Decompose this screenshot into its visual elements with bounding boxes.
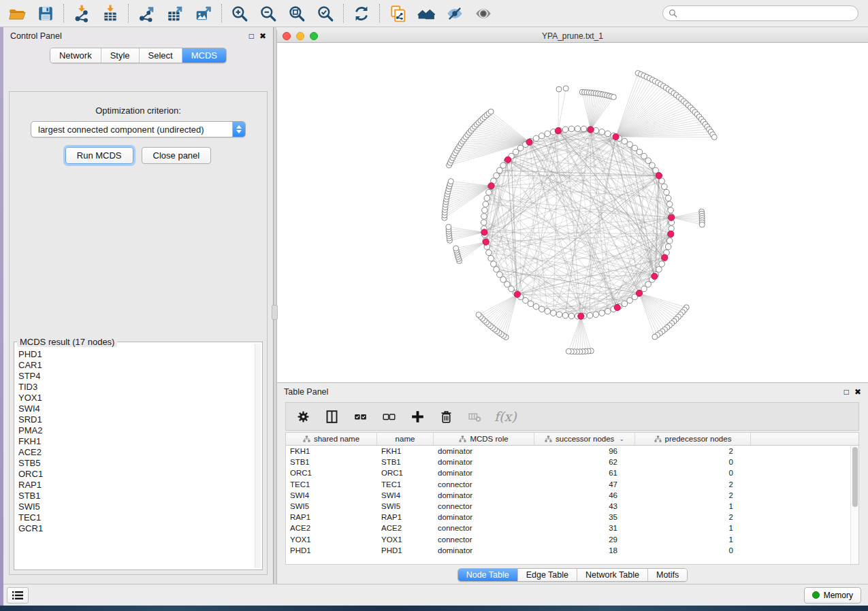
window-close-icon[interactable] <box>283 32 291 40</box>
mcds-result-item[interactable]: RAP1 <box>16 480 254 491</box>
search-input[interactable] <box>681 9 852 18</box>
dominator-node[interactable] <box>504 156 511 163</box>
delete-icon[interactable] <box>437 406 455 427</box>
dominator-node[interactable] <box>526 139 532 145</box>
dominator-node[interactable] <box>668 231 674 237</box>
delete-column-icon[interactable] <box>466 406 483 427</box>
cell-predecessor-nodes[interactable]: 1 <box>635 502 751 510</box>
hide-selected-button[interactable] <box>440 2 469 25</box>
tab-motifs[interactable]: Motifs <box>648 569 687 581</box>
show-all-button[interactable] <box>469 2 498 25</box>
mcds-list-scrollbar[interactable] <box>255 344 261 568</box>
show-panels-list-button[interactable] <box>7 587 29 604</box>
cell-name[interactable]: YOX1 <box>377 535 434 544</box>
cell-mcds-role[interactable]: connector <box>434 524 534 532</box>
dominator-node[interactable] <box>636 290 642 296</box>
mcds-result-item[interactable]: YOX1 <box>16 393 254 403</box>
cell-name[interactable]: SWI4 <box>377 491 434 499</box>
cell-mcds-role[interactable]: connector <box>434 502 534 510</box>
zoom-fit-button[interactable] <box>283 2 311 25</box>
network-canvas[interactable] <box>277 43 868 382</box>
dominator-node[interactable] <box>669 214 675 220</box>
window-minimize-icon[interactable] <box>296 32 304 40</box>
dominator-node[interactable] <box>578 313 584 319</box>
cell-successor-nodes[interactable]: 62 <box>534 458 635 466</box>
splitter-grip[interactable] <box>272 305 278 320</box>
criterion-select[interactable]: largest connected component (undirected) <box>31 121 246 137</box>
vertical-splitter[interactable] <box>274 27 276 584</box>
cell-mcds-role[interactable]: dominator <box>434 491 534 499</box>
cell-predecessor-nodes[interactable]: 0 <box>635 546 751 555</box>
refresh-button[interactable] <box>347 2 376 25</box>
close-panel-icon[interactable]: ✖ <box>854 388 861 396</box>
cell-successor-nodes[interactable]: 43 <box>534 502 635 510</box>
dominator-node[interactable] <box>656 172 662 178</box>
mcds-result-item[interactable]: SRD1 <box>16 414 254 425</box>
dominator-node[interactable] <box>588 127 594 133</box>
cell-predecessor-nodes[interactable]: 1 <box>635 524 751 532</box>
settings-gear-icon[interactable] <box>294 406 312 427</box>
dominator-node[interactable] <box>488 183 494 189</box>
cell-mcds-role[interactable]: connector <box>434 480 534 489</box>
duplicate-network-button[interactable] <box>383 2 412 25</box>
cell-mcds-role[interactable]: dominator <box>434 447 534 455</box>
add-icon[interactable] <box>408 406 426 427</box>
mcds-result-item[interactable]: STP4 <box>16 371 254 382</box>
mcds-result-item[interactable]: TEC1 <box>16 512 254 523</box>
tab-network-table[interactable]: Network Table <box>577 569 648 581</box>
column-header-mcds-role[interactable]: MCDS role <box>434 433 534 445</box>
float-panel-icon[interactable]: □ <box>249 32 254 40</box>
tab-node-table[interactable]: Node Table <box>458 569 518 581</box>
cell-predecessor-nodes[interactable]: 0 <box>635 469 751 477</box>
dominator-node[interactable] <box>614 304 620 310</box>
open-file-button[interactable] <box>3 2 31 25</box>
cell-predecessor-nodes[interactable]: 2 <box>635 513 751 521</box>
mcds-result-item[interactable]: SWI4 <box>16 403 254 414</box>
dominator-node[interactable] <box>483 239 489 245</box>
column-header-name[interactable]: name <box>377 433 434 445</box>
column-header-successor-nodes[interactable]: successor nodes ⌄ <box>534 433 635 445</box>
tab-edge-table[interactable]: Edge Table <box>518 569 577 581</box>
dominator-node[interactable] <box>555 128 561 134</box>
mcds-result-item[interactable]: PMA2 <box>16 425 254 436</box>
cell-successor-nodes[interactable]: 18 <box>534 546 635 555</box>
cell-name[interactable]: ACE2 <box>377 524 434 532</box>
column-header-shared-name[interactable]: shared name <box>286 433 377 445</box>
cell-shared-name[interactable]: SWI4 <box>286 491 377 499</box>
cell-name[interactable]: SWI5 <box>377 502 434 510</box>
scrollbar-thumb[interactable] <box>852 447 858 507</box>
mcds-result-item[interactable]: GCR1 <box>16 523 254 534</box>
cell-predecessor-nodes[interactable]: 2 <box>635 447 751 455</box>
export-network-button[interactable] <box>132 2 161 25</box>
float-panel-icon[interactable]: □ <box>844 388 849 396</box>
mcds-result-item[interactable]: FKH1 <box>16 436 254 447</box>
mcds-result-item[interactable]: ACE2 <box>16 447 254 458</box>
tab-style[interactable]: Style <box>101 48 140 63</box>
cell-mcds-role[interactable]: dominator <box>434 513 534 521</box>
cell-shared-name[interactable]: FKH1 <box>286 447 377 455</box>
cell-predecessor-nodes[interactable]: 1 <box>635 535 751 544</box>
dominator-node[interactable] <box>514 291 520 297</box>
zoom-in-button[interactable] <box>225 2 254 25</box>
dominator-node[interactable] <box>652 273 658 279</box>
columns-icon[interactable] <box>323 406 340 427</box>
network-window-titlebar[interactable]: YPA_prune.txt_1 <box>277 30 868 43</box>
cell-successor-nodes[interactable]: 61 <box>534 469 635 477</box>
cell-successor-nodes[interactable]: 96 <box>534 447 635 455</box>
cell-shared-name[interactable]: TEC1 <box>286 480 377 489</box>
cell-shared-name[interactable]: SWI5 <box>286 502 377 510</box>
cell-successor-nodes[interactable]: 29 <box>534 535 635 544</box>
cell-name[interactable]: PHD1 <box>377 546 434 555</box>
cell-shared-name[interactable]: ACE2 <box>286 524 377 532</box>
mcds-result-item[interactable]: CAR1 <box>16 360 254 371</box>
export-image-button[interactable] <box>189 2 218 25</box>
cell-shared-name[interactable]: RAP1 <box>286 513 377 521</box>
first-neighbors-button[interactable] <box>412 2 440 25</box>
cell-name[interactable]: TEC1 <box>377 480 434 489</box>
cell-shared-name[interactable]: YOX1 <box>286 535 377 544</box>
dominator-node[interactable] <box>662 254 668 261</box>
zoom-out-button[interactable] <box>254 2 283 25</box>
cell-successor-nodes[interactable]: 31 <box>534 524 635 532</box>
window-zoom-icon[interactable] <box>310 32 318 40</box>
cell-name[interactable]: ORC1 <box>377 469 434 477</box>
